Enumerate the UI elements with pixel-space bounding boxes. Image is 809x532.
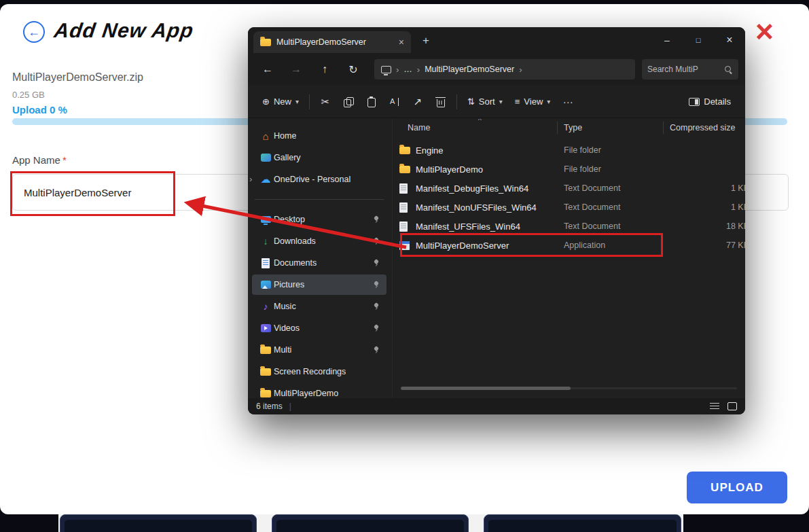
file-type: File folder xyxy=(564,145,601,155)
chevron-down-icon: ▾ xyxy=(295,98,299,105)
sidebar-item-pictures[interactable]: Pictures xyxy=(252,274,386,295)
cut-button[interactable]: ✂ xyxy=(314,91,337,113)
folder-icon xyxy=(260,366,271,377)
sidebar-item-label: Documents xyxy=(274,258,317,268)
back-arrow-icon: ← xyxy=(28,25,40,39)
view-toggle-icons xyxy=(710,402,737,410)
pin-icon xyxy=(373,302,380,311)
list-view-icon[interactable] xyxy=(710,403,719,410)
sort-button[interactable]: ⇅ Sort ▾ xyxy=(461,92,509,111)
file-name: Manifest_DebugFiles_Win64 xyxy=(416,183,528,194)
sidebar-item-desktop[interactable]: Desktop xyxy=(252,209,386,230)
chevron-right-icon: › xyxy=(396,65,399,75)
nav-back-icon[interactable]: ← xyxy=(256,59,279,79)
background-card xyxy=(484,514,681,532)
nav-refresh-icon[interactable]: ↻ xyxy=(342,59,365,79)
paste-button[interactable] xyxy=(360,91,383,113)
breadcrumb-ellipsis[interactable]: … xyxy=(403,65,412,74)
delete-button[interactable] xyxy=(429,91,452,113)
sidebar-item-label: MultiPlayerDemo xyxy=(274,389,338,398)
details-button[interactable]: Details xyxy=(683,92,737,111)
app-name-label: App Name* xyxy=(12,154,67,166)
upload-button[interactable]: UPLOAD xyxy=(687,472,787,503)
column-header-name[interactable]: Name xyxy=(408,123,430,132)
upload-file-size: 0.25 GB xyxy=(12,90,45,100)
sort-arrows-icon: ⇅ xyxy=(467,96,475,107)
new-label: New xyxy=(274,96,291,107)
column-divider[interactable] xyxy=(663,122,664,134)
column-header-compressed-size[interactable]: Compressed size xyxy=(670,123,736,132)
search-placeholder: Search MultiP xyxy=(647,65,720,74)
sidebar-item-multi[interactable]: Multi xyxy=(252,340,386,360)
gallery-icon xyxy=(260,152,271,163)
application-icon xyxy=(399,241,410,250)
sidebar-item-label: Music xyxy=(274,302,296,311)
share-button[interactable]: ↗ xyxy=(406,91,429,113)
file-name: Manifest_UFSFiles_Win64 xyxy=(416,221,520,232)
column-divider[interactable] xyxy=(557,122,558,134)
toolbar-divider xyxy=(456,94,457,109)
copy-button[interactable] xyxy=(337,91,360,113)
chevron-right-icon[interactable]: › xyxy=(249,174,252,184)
sidebar-divider xyxy=(255,199,384,200)
sidebar-item-onedrive[interactable]: › ☁ OneDrive - Personal xyxy=(252,169,386,190)
ellipsis-icon: ··· xyxy=(563,96,573,107)
sidebar-item-videos[interactable]: Videos xyxy=(252,318,386,338)
sidebar-item-label: Gallery xyxy=(274,153,301,162)
sidebar-item-label: Multi xyxy=(274,345,291,355)
sidebar-item-screen-recordings[interactable]: Screen Recordings xyxy=(252,361,386,382)
rename-button[interactable] xyxy=(383,91,406,113)
view-button[interactable]: ≡ View ▾ xyxy=(509,92,557,111)
new-button[interactable]: ⊕ New ▾ xyxy=(256,92,305,111)
back-button[interactable]: ← xyxy=(23,21,45,43)
file-row-multiplayerdemo[interactable]: MultiPlayerDemo File folder xyxy=(393,160,745,179)
background-strip xyxy=(58,513,683,532)
sidebar-item-multiplayerdemo[interactable]: MultiPlayerDemo xyxy=(252,383,386,398)
documents-icon xyxy=(260,258,271,268)
sidebar-item-label: Videos xyxy=(274,323,300,333)
file-row-manifest-nonufsfiles[interactable]: Manifest_NonUFSFiles_Win64 Text Document… xyxy=(393,198,745,217)
chevron-down-icon: ▾ xyxy=(499,98,503,105)
thumbnail-view-icon[interactable] xyxy=(727,402,737,410)
file-row-engine[interactable]: Engine File folder xyxy=(393,141,745,160)
new-tab-button[interactable]: + xyxy=(418,33,434,49)
window-close-icon[interactable]: × xyxy=(714,27,745,53)
sidebar-item-documents[interactable]: Documents xyxy=(252,253,386,273)
maximize-icon[interactable]: □ xyxy=(683,27,714,53)
sidebar-item-downloads[interactable]: ↓ Downloads xyxy=(252,231,386,251)
horizontal-scrollbar-thumb[interactable] xyxy=(401,387,571,390)
sidebar-item-music[interactable]: ♪ Music xyxy=(252,296,386,317)
file-type: Application xyxy=(564,241,605,250)
breadcrumb-current[interactable]: MultiPlayerDemoServer xyxy=(425,65,514,74)
explorer-titlebar: MultiPlayerDemoServer × + – □ × xyxy=(248,27,745,53)
this-pc-icon[interactable] xyxy=(381,66,391,73)
page-title: Add New App xyxy=(53,19,196,42)
sidebar-item-gallery[interactable]: Gallery xyxy=(252,147,386,168)
more-options-button[interactable]: ··· xyxy=(556,91,579,113)
explorer-tab[interactable]: MultiPlayerDemoServer × xyxy=(253,31,411,53)
pictures-icon xyxy=(260,279,271,290)
file-row-multiplayerdemoserver[interactable]: MultiPlayerDemoServer Application 77 KB xyxy=(393,236,745,255)
upload-file-name: MultiPlayerDemoServer.zip xyxy=(12,71,143,84)
sidebar-item-home[interactable]: ⌂ Home xyxy=(252,126,386,146)
nav-up-icon[interactable]: ↑ xyxy=(313,59,336,79)
share-icon: ↗ xyxy=(414,96,423,108)
downloads-icon: ↓ xyxy=(260,236,271,247)
sidebar-item-label: Downloads xyxy=(274,236,316,246)
file-row-manifest-ufsfiles[interactable]: Manifest_UFSFiles_Win64 Text Document 18… xyxy=(393,217,745,236)
nav-forward-icon[interactable]: → xyxy=(285,59,308,79)
minimize-icon[interactable]: – xyxy=(651,27,683,53)
tab-close-icon[interactable]: × xyxy=(399,37,404,48)
file-row-manifest-debugfiles[interactable]: Manifest_DebugFiles_Win64 Text Document … xyxy=(393,179,745,198)
toolbar-divider xyxy=(309,94,310,109)
column-header-type[interactable]: Type xyxy=(564,123,582,132)
details-panel-icon xyxy=(689,98,700,106)
file-type: File folder xyxy=(564,164,601,174)
close-icon[interactable]: × xyxy=(755,16,774,46)
copy-icon xyxy=(344,97,353,107)
onedrive-cloud-icon: ☁ xyxy=(260,174,271,185)
folder-icon xyxy=(399,147,410,154)
details-label: Details xyxy=(704,96,731,107)
explorer-search-input[interactable]: Search MultiP xyxy=(642,59,738,79)
sort-ascending-icon: ^ xyxy=(478,119,482,124)
